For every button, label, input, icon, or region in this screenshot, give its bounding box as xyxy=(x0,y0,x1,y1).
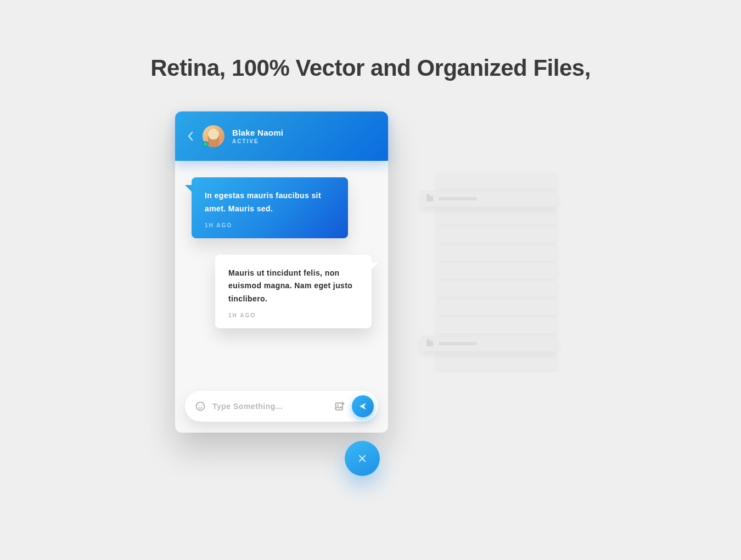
svg-point-2 xyxy=(201,405,203,406)
send-button[interactable] xyxy=(352,395,374,417)
svg-point-0 xyxy=(197,402,205,411)
layer-row[interactable] xyxy=(436,282,557,297)
chat-body: In egestas mauris faucibus sit amet. Mau… xyxy=(175,161,388,391)
message-outgoing: Mauris ut tincidunt felis, non euismod m… xyxy=(215,255,372,328)
layer-group-header[interactable] xyxy=(421,336,557,351)
svg-rect-3 xyxy=(336,403,343,410)
status-dot-icon xyxy=(203,141,209,147)
add-image-icon[interactable] xyxy=(334,401,345,412)
message-text: In egestas mauris faucibus sit amet. Mau… xyxy=(205,189,335,216)
send-icon xyxy=(358,402,367,411)
composer xyxy=(185,391,378,422)
svg-point-1 xyxy=(199,405,200,406)
avatar[interactable] xyxy=(203,125,224,147)
layer-row[interactable] xyxy=(436,264,557,279)
message-text: Mauris ut tincidunt felis, non euismod m… xyxy=(228,267,358,306)
message-time: 1H AGO xyxy=(228,312,358,318)
user-status: ACTIVE xyxy=(232,138,283,144)
user-name: Blake Naomi xyxy=(232,128,283,137)
message-incoming: In egestas mauris faucibus sit amet. Mau… xyxy=(192,177,348,238)
layer-row[interactable] xyxy=(436,318,557,333)
layer-row[interactable] xyxy=(436,209,557,225)
page-title: Retina, 100% Vector and Organized Files, xyxy=(150,55,591,81)
chat-card: Blake Naomi ACTIVE In egestas mauris fau… xyxy=(175,111,388,433)
layer-row[interactable] xyxy=(436,354,557,369)
message-time: 1H AGO xyxy=(205,222,335,228)
emoji-icon[interactable] xyxy=(195,401,206,412)
layer-row[interactable] xyxy=(436,245,557,261)
layer-group-header[interactable] xyxy=(421,191,557,206)
chevron-left-icon xyxy=(188,132,193,141)
folder-icon xyxy=(426,341,433,346)
layer-label-placeholder xyxy=(439,342,477,345)
svg-point-4 xyxy=(337,405,339,406)
back-button[interactable] xyxy=(186,132,195,141)
layer-row[interactable] xyxy=(436,227,557,243)
layer-row[interactable] xyxy=(436,300,557,315)
layer-label-placeholder xyxy=(439,197,477,200)
layers-panel xyxy=(436,173,557,372)
close-icon xyxy=(357,453,367,463)
chat-header: Blake Naomi ACTIVE xyxy=(175,111,388,161)
layer-row[interactable] xyxy=(436,173,557,188)
folder-icon xyxy=(426,196,433,201)
close-button[interactable] xyxy=(345,441,380,476)
message-input[interactable] xyxy=(212,402,328,411)
